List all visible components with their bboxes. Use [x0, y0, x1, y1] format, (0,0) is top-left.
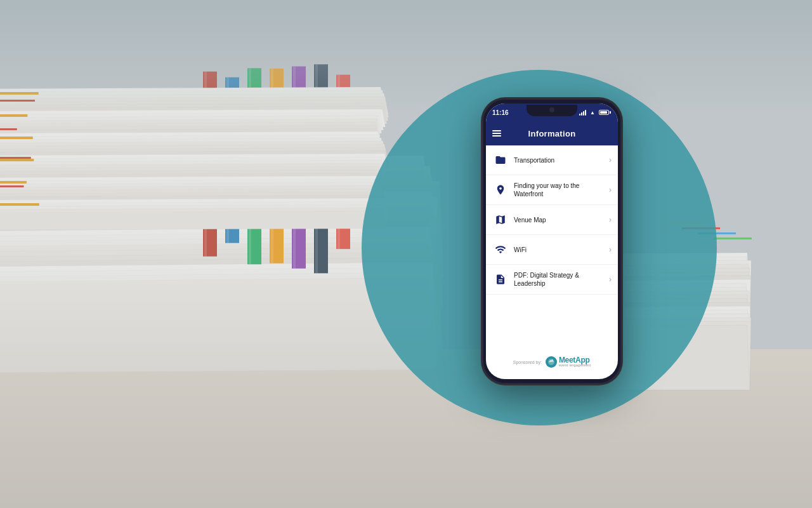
meetapp-logo-text: MeetApp event engagement: [559, 356, 591, 368]
battery-icon: [599, 110, 609, 115]
menu-item-pdf[interactable]: PDF: Digital Strategy & Leadership ›: [486, 265, 618, 295]
meetapp-icon: [547, 358, 555, 366]
menu-list: Transportation › Finding your way to the…: [486, 145, 618, 295]
map-icon: [492, 211, 509, 228]
meetapp-sub: event engagement: [559, 364, 591, 368]
app-title: Information: [528, 129, 576, 138]
location-icon: [492, 182, 509, 198]
folder-icon: [492, 152, 509, 168]
sponsor-footer: Sponsored by: MeetApp event engagement: [486, 356, 618, 368]
status-icons: ▲: [579, 110, 609, 116]
wifi-icon: [492, 241, 509, 258]
document-icon: [492, 271, 509, 288]
waterfront-label: Finding your way to the Waterfront: [514, 182, 606, 198]
sponsor-label: Sponsored by:: [513, 360, 542, 364]
menu-icon[interactable]: [492, 130, 501, 137]
chevron-icon-1: ›: [609, 185, 612, 194]
menu-item-wifi[interactable]: WiFi ›: [486, 235, 618, 265]
meetapp-logo: MeetApp event engagement: [546, 356, 591, 368]
chevron-icon-2: ›: [609, 215, 612, 224]
phone-mockup: 11:16 ▲ Information: [482, 98, 622, 384]
menu-item-transportation[interactable]: Transportation ›: [486, 145, 618, 175]
chevron-icon-0: ›: [609, 156, 612, 164]
signal-icon: [579, 110, 586, 116]
status-time: 11:16: [492, 109, 509, 116]
chevron-icon-4: ›: [609, 275, 612, 284]
chevron-icon-3: ›: [609, 245, 612, 254]
menu-item-venue-map[interactable]: Venue Map ›: [486, 205, 618, 235]
app-header: Information: [486, 121, 618, 145]
menu-item-waterfront[interactable]: Finding your way to the Waterfront ›: [486, 175, 618, 205]
phone-notch: [527, 105, 577, 116]
pdf-label: PDF: Digital Strategy & Leadership: [514, 271, 606, 288]
phone-screen: 11:16 ▲ Information: [486, 104, 618, 379]
venue-map-label: Venue Map: [514, 216, 606, 224]
wifi-status-icon: ▲: [590, 110, 595, 116]
wifi-label: WiFi: [514, 246, 606, 254]
meetapp-logo-icon: [546, 356, 557, 368]
transportation-label: Transportation: [514, 156, 606, 164]
